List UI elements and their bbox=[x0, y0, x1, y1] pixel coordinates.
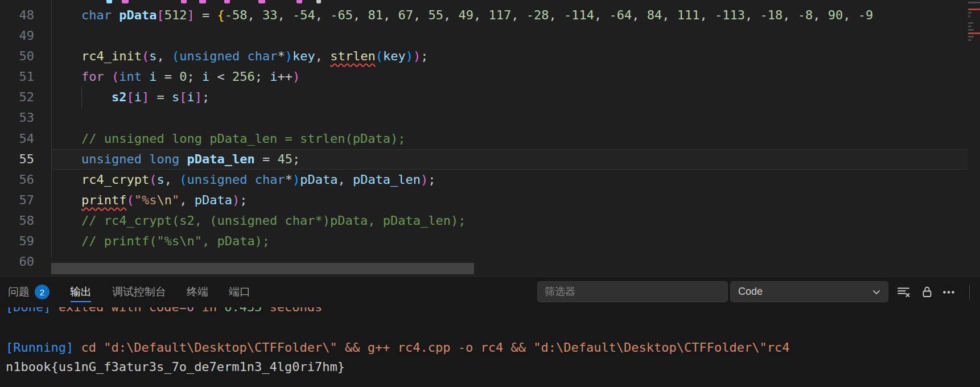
code-line-57[interactable]: 57 printf("%s\n", pData); bbox=[0, 190, 980, 211]
tab-debug-console[interactable]: 调试控制台 bbox=[112, 277, 166, 307]
tab-output[interactable]: 输出 bbox=[70, 277, 92, 307]
line-number[interactable]: 55 bbox=[0, 149, 34, 170]
code-text: rc4_init(s, (unsigned char*)key, strlen(… bbox=[51, 46, 428, 67]
code-line-54[interactable]: 54 // unsigned long pData_len = strlen(p… bbox=[0, 129, 980, 149]
line-number[interactable]: 50 bbox=[0, 46, 34, 67]
lock-scroll-icon[interactable] bbox=[917, 283, 937, 301]
more-actions-icon[interactable] bbox=[939, 283, 958, 301]
code-text: // printf("%s\n", pData); bbox=[51, 231, 270, 252]
line-number[interactable]: 59 bbox=[0, 231, 34, 252]
code-text: rc4_crypt(s, (unsigned char*)pData, pDat… bbox=[51, 170, 436, 190]
line-number[interactable]: 54 bbox=[0, 129, 34, 149]
line-number[interactable]: 49 bbox=[0, 26, 34, 46]
line-number[interactable]: 51 bbox=[0, 67, 34, 87]
code-editor[interactable]: 48 char pData[512] = {-58, 33, -54, -65,… bbox=[0, 0, 980, 276]
chevron-down-icon bbox=[871, 286, 882, 298]
code-text: unsigned long pData_len = 45; bbox=[51, 149, 300, 170]
bottom-panel: 问题2输出调试控制台终端端口 Code [Done] exited with c… bbox=[0, 276, 980, 387]
output-line-done: [Done] exited with code=0 in 0.435 secon… bbox=[6, 307, 322, 316]
line-number[interactable]: 52 bbox=[0, 87, 34, 108]
output-channel-select[interactable]: Code bbox=[730, 281, 888, 302]
code-text: printf("%s\n", pData); bbox=[51, 190, 247, 211]
code-text: s2[i] = s[i]; bbox=[51, 87, 209, 108]
minimap[interactable] bbox=[967, 0, 980, 276]
code-line-48[interactable]: 48 char pData[512] = {-58, 33, -54, -65,… bbox=[0, 5, 980, 26]
horizontal-scrollbar[interactable] bbox=[51, 263, 474, 274]
code-line-51[interactable]: 51 for (int i = 0; i < 256; i++) bbox=[0, 67, 980, 87]
code-line-52[interactable]: 52 s2[i] = s[i]; bbox=[0, 87, 980, 108]
code-line-53[interactable]: 53 bbox=[0, 108, 980, 128]
code-line-56[interactable]: 56 rc4_crypt(s, (unsigned char*)pData, p… bbox=[0, 170, 980, 190]
code-line-49[interactable]: 49 bbox=[0, 26, 980, 46]
clear-output-icon[interactable] bbox=[893, 283, 913, 301]
line-number[interactable]: 58 bbox=[0, 211, 34, 231]
tab-label: 终端 bbox=[187, 285, 208, 299]
line-number[interactable]: 57 bbox=[0, 190, 34, 211]
code-line-59[interactable]: 59 // printf("%s\n", pData); bbox=[0, 231, 980, 252]
line-number[interactable]: 48 bbox=[0, 5, 34, 26]
tab-label: 调试控制台 bbox=[112, 285, 166, 299]
problems-count-badge: 2 bbox=[35, 285, 50, 299]
filter-input[interactable] bbox=[537, 281, 728, 302]
panel-header: 问题2输出调试控制台终端端口 Code bbox=[0, 277, 980, 307]
code-text: // unsigned long pData_len = strlen(pDat… bbox=[51, 129, 406, 149]
tab-problems[interactable]: 问题2 bbox=[8, 277, 50, 307]
header-divider bbox=[969, 285, 970, 299]
code-text: char pData[512] = {-58, 33, -54, -65, 81… bbox=[51, 5, 873, 26]
code-line-50[interactable]: 50 rc4_init(s, (unsigned char*)key, strl… bbox=[0, 46, 980, 67]
code-line-55[interactable]: 55 unsigned long pData_len = 45; bbox=[0, 149, 980, 170]
code-lines: 48 char pData[512] = {-58, 33, -54, -65,… bbox=[0, 5, 980, 272]
output-console: [Done] exited with code=0 in 0.435 secon… bbox=[0, 307, 980, 387]
tab-terminal[interactable]: 终端 bbox=[187, 277, 208, 307]
line-number[interactable]: 60 bbox=[0, 252, 34, 272]
code-line-58[interactable]: 58 // rc4_crypt(s2, (unsigned char*)pDat… bbox=[0, 211, 980, 231]
output-line-flag: n1book{us1nG_f3atur3s_7o_de7erm1n3_4lg0r… bbox=[6, 357, 345, 376]
code-text: // rc4_crypt(s2, (unsigned char*)pData, … bbox=[51, 211, 466, 231]
output-channel-value: Code bbox=[738, 286, 763, 298]
tab-ports[interactable]: 端口 bbox=[229, 277, 250, 307]
tab-label: 端口 bbox=[229, 285, 250, 299]
output-line-running: [Running] cd "d:\Default\Desktop\CTFFold… bbox=[6, 338, 790, 357]
line-number[interactable]: 53 bbox=[0, 108, 34, 128]
tab-label: 输出 bbox=[70, 285, 92, 299]
tab-label: 问题 bbox=[8, 285, 30, 299]
line-number[interactable]: 56 bbox=[0, 170, 34, 190]
code-text: for (int i = 0; i < 256; i++) bbox=[51, 67, 300, 87]
